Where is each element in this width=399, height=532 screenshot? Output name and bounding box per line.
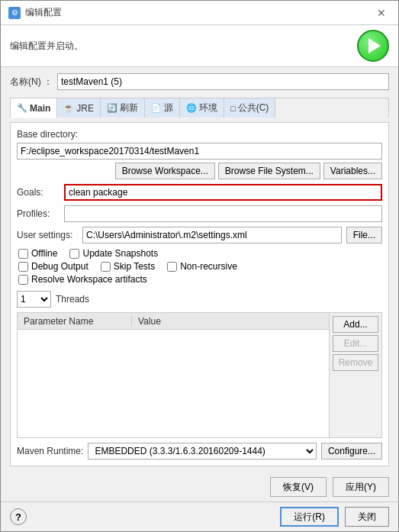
user-settings-label: User settings:	[17, 230, 78, 240]
goals-row: Goals:	[17, 184, 382, 201]
non-recursive-checkbox[interactable]: Non-recursive	[167, 261, 237, 272]
checkbox-row-2: Debug Output Skip Tests Non-recursive	[18, 261, 382, 272]
apply-button[interactable]: 应用(Y)	[333, 477, 389, 497]
main-tab-icon: 🔧	[17, 103, 27, 113]
resolve-workspace-checkbox-input[interactable]	[18, 275, 28, 285]
offline-checkbox[interactable]: Offline	[18, 248, 57, 259]
help-button[interactable]: ?	[10, 508, 27, 525]
restore-button[interactable]: 恢复(V)	[270, 477, 327, 497]
env-tab-icon: 🌐	[186, 103, 197, 113]
profiles-input[interactable]	[64, 205, 382, 222]
browse-buttons: Browse Workspace... Browse File System..…	[17, 163, 382, 179]
subtitle-bar: 编辑配置并启动。	[1, 25, 398, 67]
browse-workspace-button[interactable]: Browse Workspace...	[115, 163, 215, 179]
jre-tab-icon: ☕	[63, 103, 74, 113]
tab-jre-label: JRE	[76, 103, 94, 114]
checkboxes-section: Offline Update Snapshots Debug Output Sk…	[17, 248, 382, 285]
run-button[interactable]: 运行(R)	[280, 507, 339, 527]
offline-label: Offline	[31, 248, 57, 259]
tab-source-label: 源	[164, 102, 173, 114]
table-body[interactable]	[18, 330, 329, 437]
debug-output-checkbox[interactable]: Debug Output	[18, 261, 88, 272]
table-header: Parameter Name Value	[18, 313, 329, 330]
tabs-bar: 🔧 Main ☕ JRE 🔄 刷新 📄 源 🌐 环境 □ 公共(C)	[10, 98, 389, 118]
update-snapshots-label: Update Snapshots	[82, 248, 158, 259]
goals-input[interactable]	[64, 184, 382, 201]
skip-tests-checkbox[interactable]: Skip Tests	[101, 261, 155, 272]
table-buttons: Add... Edit... Remove	[329, 313, 381, 437]
threads-select[interactable]: 1 2 4	[17, 291, 51, 308]
table-col-value: Value	[132, 316, 329, 327]
name-input[interactable]	[57, 73, 389, 90]
play-icon	[368, 38, 381, 53]
browse-filesystem-button[interactable]: Browse File System...	[218, 163, 320, 179]
footer-bar: ? 运行(R) 关闭	[1, 501, 398, 531]
user-settings-row: User settings: File...	[17, 227, 382, 243]
configure-button[interactable]: Configure...	[321, 443, 382, 459]
quick-run-button[interactable]	[357, 30, 389, 62]
action-buttons: 恢复(V) 应用(Y)	[1, 472, 398, 501]
base-directory-section: Base directory: Browse Workspace... Brow…	[17, 129, 382, 179]
maven-runtime-row: Maven Runtime: EMBEDDED (3.3.3/1.6.3.201…	[17, 443, 382, 459]
remove-button[interactable]: Remove	[333, 354, 378, 371]
tab-main-label: Main	[30, 103, 50, 114]
non-recursive-label: Non-recursive	[180, 261, 237, 272]
subtitle-text: 编辑配置并启动。	[10, 40, 83, 53]
base-directory-input[interactable]	[17, 143, 382, 160]
close-dialog-button[interactable]: 关闭	[345, 507, 389, 527]
file-button[interactable]: File...	[346, 227, 382, 243]
variables-button[interactable]: Variables...	[323, 163, 382, 179]
close-button[interactable]: ✕	[372, 6, 391, 20]
dialog-icon: ⚙	[8, 7, 21, 19]
section-box: Base directory: Browse Workspace... Brow…	[10, 122, 389, 466]
name-row: 名称(N) ：	[10, 73, 389, 90]
profiles-label: Profiles:	[17, 208, 60, 219]
title-bar-left: ⚙ 编辑配置	[8, 6, 62, 19]
tab-jre[interactable]: ☕ JRE	[57, 98, 101, 118]
parameters-table: Parameter Name Value Add... Edit... Remo…	[17, 312, 382, 438]
tab-refresh-label: 刷新	[120, 102, 138, 114]
table-area: Parameter Name Value	[18, 313, 329, 437]
edit-button[interactable]: Edit...	[333, 335, 378, 352]
main-content: 名称(N) ： 🔧 Main ☕ JRE 🔄 刷新 📄 源 🌐	[1, 67, 398, 472]
title-bar: ⚙ 编辑配置 ✕	[1, 1, 398, 25]
dialog-title: 编辑配置	[25, 6, 62, 19]
maven-runtime-label: Maven Runtime:	[17, 446, 83, 456]
offline-checkbox-input[interactable]	[18, 249, 28, 259]
profiles-row: Profiles:	[17, 205, 382, 222]
tab-env[interactable]: 🌐 环境	[180, 98, 224, 118]
resolve-workspace-label: Resolve Workspace artifacts	[31, 274, 147, 285]
resolve-workspace-checkbox[interactable]: Resolve Workspace artifacts	[18, 274, 147, 285]
base-directory-label: Base directory:	[17, 129, 382, 140]
update-snapshots-checkbox-input[interactable]	[69, 249, 79, 259]
goals-label: Goals:	[17, 187, 60, 198]
footer-right-buttons: 运行(R) 关闭	[280, 507, 389, 527]
checkbox-row-3: Resolve Workspace artifacts	[18, 274, 382, 285]
debug-output-label: Debug Output	[31, 261, 88, 272]
threads-row: 1 2 4 Threads	[17, 291, 382, 308]
debug-output-checkbox-input[interactable]	[18, 262, 28, 272]
skip-tests-label: Skip Tests	[114, 261, 155, 272]
skip-tests-checkbox-input[interactable]	[101, 262, 111, 272]
tab-main[interactable]: 🔧 Main	[11, 98, 57, 118]
update-snapshots-checkbox[interactable]: Update Snapshots	[69, 248, 158, 259]
common-tab-icon: □	[230, 104, 236, 113]
non-recursive-checkbox-input[interactable]	[167, 262, 177, 272]
tab-env-label: 环境	[199, 102, 217, 114]
tab-common[interactable]: □ 公共(C)	[224, 98, 275, 118]
add-button[interactable]: Add...	[333, 316, 378, 333]
checkbox-row-1: Offline Update Snapshots	[18, 248, 382, 259]
threads-label: Threads	[56, 294, 89, 305]
tab-source[interactable]: 📄 源	[145, 98, 180, 118]
dialog: ⚙ 编辑配置 ✕ 编辑配置并启动。 名称(N) ： 🔧 Main ☕ JRE	[0, 0, 399, 532]
name-label: 名称(N) ：	[10, 76, 53, 89]
maven-runtime-select[interactable]: EMBEDDED (3.3.3/1.6.3.20160209-1444)	[88, 443, 317, 459]
table-col-name: Parameter Name	[18, 316, 132, 327]
source-tab-icon: 📄	[151, 103, 162, 113]
tab-common-label: 公共(C)	[238, 102, 269, 114]
user-settings-input[interactable]	[82, 227, 342, 243]
tab-refresh[interactable]: 🔄 刷新	[101, 98, 145, 118]
refresh-tab-icon: 🔄	[107, 103, 117, 113]
